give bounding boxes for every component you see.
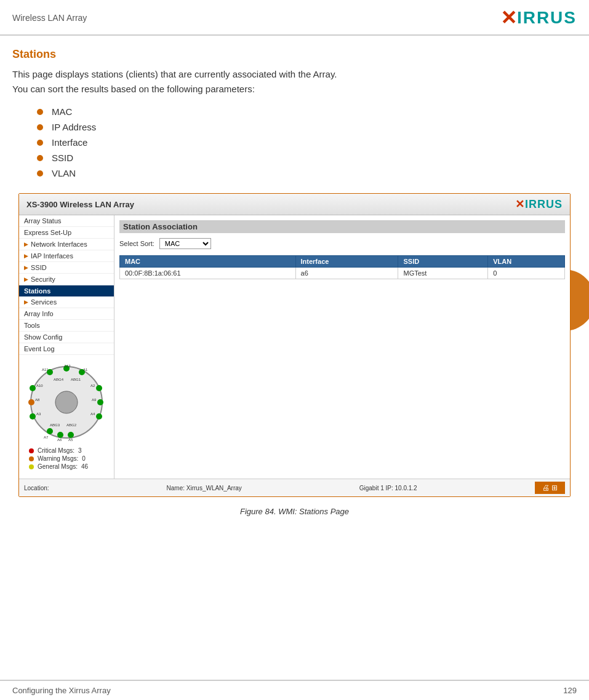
footer-name: Name: Xirrus_WLAN_Array — [167, 485, 242, 491]
select-sort-label: Select Sort: — [119, 240, 154, 247]
wmi-body: Array Status Express Set-Up ▶Network Int… — [19, 215, 570, 479]
footer-right: 129 — [563, 686, 577, 695]
svg-point-16 — [30, 385, 36, 391]
xirrus-logo: ✕ IRRUS — [500, 6, 577, 30]
wmi-logo: ✕IRRUS — [515, 197, 563, 211]
footer-ip: Gigabit 1 IP: 10.0.1.2 — [359, 485, 417, 491]
header-title: Wireless LAN Array — [12, 13, 87, 23]
page-footer: Configuring the Xirrus Array 129 — [0, 680, 589, 700]
bullet-label: IP Address — [52, 122, 96, 132]
section-title: Stations — [12, 48, 577, 61]
svg-text:ABG3: ABG3 — [50, 423, 60, 427]
critical-dot — [29, 448, 34, 453]
svg-text:A3: A3 — [36, 412, 41, 416]
warning-dot — [29, 456, 34, 461]
arrow-icon: ▶ — [24, 264, 28, 271]
svg-text:A11: A11 — [42, 368, 49, 372]
list-item: MAC — [37, 106, 577, 117]
bullet-label: MAC — [52, 106, 72, 117]
bullet-label: Interface — [52, 137, 87, 148]
bullet-label: VLAN — [52, 168, 76, 178]
wmi-logo-x: ✕ — [515, 198, 525, 210]
cell-mac: 00:0F:8B:1a:06:61 — [120, 268, 296, 279]
footer-location: Location: — [24, 485, 49, 491]
station-assoc-title: Station Association — [119, 220, 565, 233]
critical-value: 3 — [78, 447, 82, 454]
svg-text:A10: A10 — [36, 384, 43, 388]
cell-vlan: 0 — [488, 268, 565, 279]
wmi-figure: XS-3900 Wireless LAN Array ✕IRRUS Array … — [18, 193, 571, 497]
svg-text:A4: A4 — [90, 412, 95, 416]
select-sort-row: Select Sort: MAC IP Address Interface SS… — [119, 238, 565, 249]
svg-text:A2: A2 — [90, 384, 95, 388]
sidebar-item-ssid[interactable]: ▶SSID — [19, 262, 114, 274]
svg-text:A7: A7 — [44, 436, 49, 439]
logo-text: IRRUS — [517, 8, 577, 28]
wmi-logo-rest: IRRUS — [525, 198, 563, 210]
col-mac: MAC — [120, 256, 296, 268]
col-ssid: SSID — [398, 256, 488, 268]
wmi-footer: Location: Name: Xirrus_WLAN_Array Gigabi… — [19, 479, 570, 496]
arrow-icon: ▶ — [24, 299, 28, 305]
warning-value: 0 — [82, 455, 86, 462]
col-interface: Interface — [295, 256, 398, 268]
sidebar-item-services[interactable]: ▶Services — [19, 296, 114, 308]
station-table: MAC Interface SSID VLAN 00:0F:8B:1a:06:6… — [119, 255, 565, 279]
bullet-label: SSID — [52, 153, 73, 163]
array-circle: A12 A1 A11 ABG4 ABG1 A2 — [26, 362, 106, 442]
list-item: Interface — [37, 137, 577, 148]
general-dot — [29, 464, 34, 469]
svg-point-1 — [55, 391, 78, 413]
list-item: SSID — [37, 153, 577, 163]
general-label: General Msgs: — [38, 463, 78, 470]
description: This page displays stations (clients) th… — [12, 67, 577, 97]
footer-orange-bar: 🖨 ⊞ — [535, 482, 565, 494]
wmi-header: XS-3900 Wireless LAN Array ✕IRRUS — [19, 194, 570, 215]
bullet-dot — [37, 155, 43, 161]
sidebar-item-array-info[interactable]: Array Info — [19, 308, 114, 320]
sidebar-item-array-status[interactable]: Array Status — [19, 215, 114, 227]
general-msgs-row: General Msgs: 46 — [29, 463, 88, 470]
wmi-header-title: XS-3900 Wireless LAN Array — [26, 200, 134, 209]
wmi-sidebar: Array Status Express Set-Up ▶Network Int… — [19, 215, 114, 479]
sidebar-item-iap-interfaces[interactable]: ▶IAP Interfaces — [19, 250, 114, 262]
warning-msgs-row: Warning Msgs: 0 — [29, 455, 88, 462]
sidebar-item-show-config[interactable]: Show Config — [19, 332, 114, 343]
page-header: Wireless LAN Array ✕ IRRUS — [0, 0, 589, 36]
svg-text:A9: A9 — [92, 398, 97, 402]
svg-point-18 — [28, 399, 34, 405]
warning-label: Warning Msgs: — [38, 455, 78, 462]
svg-text:ABG2: ABG2 — [66, 423, 77, 427]
arrow-icon: ▶ — [24, 253, 28, 259]
svg-point-24 — [47, 428, 53, 434]
svg-text:A6: A6 — [57, 438, 62, 442]
bullet-dot — [37, 124, 43, 130]
svg-point-28 — [68, 432, 74, 438]
svg-point-26 — [57, 432, 63, 438]
sidebar-item-express-setup[interactable]: Express Set-Up — [19, 227, 114, 239]
sidebar-item-event-log[interactable]: Event Log — [19, 343, 114, 355]
logo-x-letter: ✕ — [500, 6, 517, 30]
footer-icons: 🖨 ⊞ — [542, 483, 558, 492]
svg-point-10 — [96, 385, 102, 391]
svg-text:ABG4: ABG4 — [54, 378, 64, 381]
cell-ssid: MGTest — [398, 268, 488, 279]
main-content: Stations This page displays stations (cl… — [0, 36, 589, 541]
bullet-list: MAC IP Address Interface SSID VLAN — [37, 106, 577, 178]
bullet-dot — [37, 140, 43, 146]
general-value: 46 — [81, 463, 88, 470]
cell-interface: a6 — [295, 268, 398, 279]
sidebar-item-security[interactable]: ▶Security — [19, 274, 114, 285]
figure-caption: Figure 84. WMI: Stations Page — [12, 507, 577, 516]
description-line1: This page displays stations (clients) th… — [12, 69, 337, 79]
table-row: 00:0F:8B:1a:06:61 a6 MGTest 0 — [120, 268, 565, 279]
select-sort-dropdown[interactable]: MAC IP Address Interface SSID VLAN — [159, 238, 211, 249]
sidebar-item-network-interfaces[interactable]: ▶Network Interfaces — [19, 239, 114, 250]
sidebar-item-stations[interactable]: Stations — [19, 285, 114, 296]
sidebar-item-tools[interactable]: Tools — [19, 320, 114, 332]
critical-msgs-row: Critical Msgs: 3 — [29, 447, 88, 454]
svg-point-20 — [30, 413, 36, 420]
svg-text:A8: A8 — [35, 398, 40, 402]
description-line2: You can sort the results based on the fo… — [12, 84, 255, 94]
svg-point-14 — [96, 413, 102, 420]
